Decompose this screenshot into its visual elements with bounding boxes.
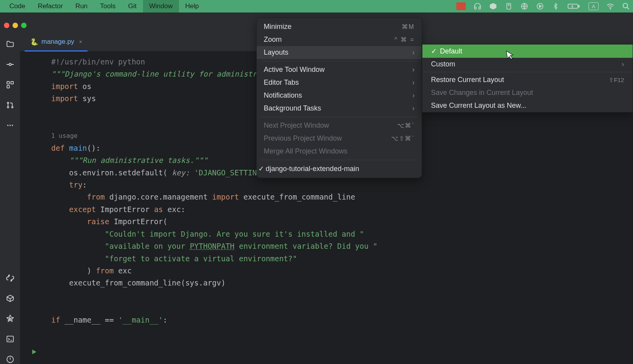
- menu-separator: [422, 72, 633, 72]
- svg-rect-10: [11, 82, 13, 84]
- svg-point-15: [7, 125, 8, 126]
- svg-rect-11: [7, 86, 9, 88]
- svg-rect-5: [578, 5, 579, 7]
- svg-point-13: [7, 107, 9, 108]
- checkmark-icon: ✓: [431, 47, 437, 55]
- layout-custom[interactable]: Custom›: [422, 58, 633, 71]
- python-console-icon[interactable]: [5, 273, 15, 283]
- svg-point-7: [623, 4, 628, 8]
- headphones-icon[interactable]: [474, 2, 481, 10]
- svg-point-12: [7, 102, 9, 104]
- menu-separator: [261, 61, 418, 61]
- chevron-right-icon: ›: [412, 104, 415, 112]
- menu-merge-all-project-windows: Merge All Project Windows: [257, 145, 422, 158]
- globe-icon[interactable]: [520, 2, 528, 10]
- menu-separator: [261, 117, 418, 117]
- menu-refactor[interactable]: Refactor: [32, 0, 69, 12]
- close-window-button[interactable]: [4, 23, 9, 28]
- menu-notifications[interactable]: Notifications›: [257, 89, 422, 102]
- svg-point-18: [9, 276, 9, 277]
- svg-point-6: [610, 9, 611, 9]
- commit-icon[interactable]: [5, 60, 15, 69]
- menu-run[interactable]: Run: [69, 0, 94, 12]
- svg-point-19: [11, 280, 11, 281]
- layout-default[interactable]: ✓Default: [422, 45, 633, 58]
- menu-editor-tabs[interactable]: Editor Tabs›: [257, 76, 422, 89]
- chevron-right-icon: ›: [412, 79, 415, 87]
- traffic-lights: [4, 23, 27, 28]
- menu-background-tasks[interactable]: Background Tasks›: [257, 102, 422, 115]
- packages-icon[interactable]: [5, 294, 15, 303]
- chevron-right-icon: ›: [622, 60, 624, 68]
- play-circle-icon[interactable]: [536, 2, 544, 10]
- svg-rect-9: [7, 82, 9, 84]
- menu-next-project-window: Next Project Window⌥⌘`: [257, 119, 422, 132]
- save-current-layout-as-new[interactable]: Save Current Layout as New...: [422, 99, 633, 112]
- python-file-icon: 🐍: [30, 38, 38, 46]
- menu-help[interactable]: Help: [179, 0, 205, 12]
- tab-active-indicator: [25, 50, 88, 52]
- menu-tools[interactable]: Tools: [94, 0, 122, 12]
- bluetooth-icon[interactable]: [552, 2, 560, 10]
- svg-point-16: [9, 125, 11, 126]
- search-icon[interactable]: [622, 2, 630, 10]
- more-icon[interactable]: [5, 121, 15, 130]
- svg-point-14: [11, 107, 13, 108]
- menubar-left: Code Refactor Run Tools Git Window Help: [3, 0, 205, 12]
- menu-previous-project-window: Previous Project Window⌥⇧⌘`: [257, 132, 422, 145]
- menu-active-tool-window[interactable]: Active Tool Window›: [257, 63, 422, 76]
- layouts-submenu: ✓Default Custom› Restore Current Layout⇧…: [422, 44, 633, 112]
- checkmark-icon: ✓: [258, 164, 265, 173]
- box-icon[interactable]: [489, 2, 497, 10]
- menu-git[interactable]: Git: [122, 0, 143, 12]
- tab-manage-py[interactable]: 🐍 manage.py ×: [25, 35, 88, 49]
- menu-window[interactable]: Window: [143, 0, 179, 12]
- svg-point-1: [508, 4, 510, 5]
- svg-point-8: [9, 63, 11, 66]
- window-menu-dropdown: Minimize⌘M Zoom^ ⌘ = Layouts› Active Too…: [256, 18, 422, 178]
- minimize-window-button[interactable]: [13, 23, 18, 28]
- structure-icon[interactable]: [5, 80, 15, 89]
- top-menubar: Code Refactor Run Tools Git Window Help …: [0, 0, 633, 12]
- wifi-icon[interactable]: [606, 2, 614, 10]
- svg-point-17: [12, 125, 13, 126]
- menu-layouts[interactable]: Layouts›: [257, 46, 422, 59]
- input-mode-icon[interactable]: A: [588, 2, 599, 10]
- card-icon[interactable]: [505, 2, 513, 10]
- maximize-window-button[interactable]: [21, 23, 27, 28]
- chevron-right-icon: ›: [412, 48, 415, 57]
- terminal-icon[interactable]: [5, 334, 15, 344]
- menu-current-project[interactable]: ✓ django-tutorial-extended-main: [257, 162, 422, 175]
- left-sidebar: [0, 32, 20, 364]
- menu-zoom[interactable]: Zoom^ ⌘ =: [257, 33, 422, 46]
- pull-requests-icon[interactable]: [5, 100, 15, 110]
- close-tab-icon[interactable]: ×: [79, 39, 82, 45]
- record-icon[interactable]: [456, 2, 466, 10]
- chevron-right-icon: ›: [412, 66, 415, 74]
- chevron-right-icon: ›: [412, 91, 415, 100]
- services-icon[interactable]: [5, 314, 15, 323]
- svg-rect-4: [568, 4, 578, 9]
- run-gutter-icon[interactable]: [30, 348, 38, 357]
- tab-filename: manage.py: [41, 38, 74, 46]
- folder-icon[interactable]: [5, 39, 15, 49]
- svg-rect-20: [7, 336, 13, 342]
- menu-minimize[interactable]: Minimize⌘M: [257, 20, 422, 33]
- menubar-status-icons: A: [456, 2, 630, 10]
- menu-separator: [261, 160, 418, 160]
- menu-code[interactable]: Code: [3, 0, 32, 12]
- problems-icon[interactable]: [5, 355, 15, 364]
- save-changes-in-current-layout: Save Changes in Current Layout: [422, 86, 633, 99]
- battery-icon[interactable]: [567, 2, 581, 10]
- restore-current-layout[interactable]: Restore Current Layout⇧F12: [422, 73, 633, 86]
